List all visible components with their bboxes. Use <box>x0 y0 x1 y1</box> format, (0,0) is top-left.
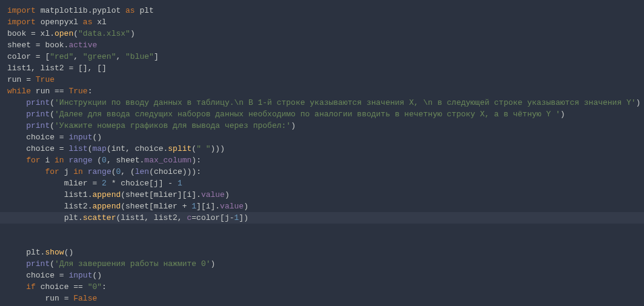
code-line[interactable]: choice = input() <box>7 270 644 281</box>
code-line[interactable]: import matplotlib.pyplot as plt <box>7 5 644 16</box>
code-line[interactable]: run = True <box>7 74 644 85</box>
code-line[interactable]: print('Инструкции по вводу данных в табл… <box>7 97 644 108</box>
code-line[interactable]: import openpyxl as xl <box>7 16 644 28</box>
code-line[interactable]: for j in range(0, (len(choice))): <box>7 166 644 178</box>
code-line[interactable]: for i in range (0, sheet.max_column): <box>7 155 644 166</box>
code-line[interactable]: sheet = book.active <box>7 39 644 51</box>
code-line[interactable]: list1, list2 = [], [] <box>7 62 644 74</box>
code-line[interactable] <box>7 224 644 235</box>
code-line[interactable]: print('Далее для ввода следущих наборов … <box>7 108 644 120</box>
code-line[interactable]: choice = list(map(int, choice.split(" ")… <box>7 143 644 155</box>
code-line[interactable]: book = xl.open("data.xlsx") <box>7 28 644 39</box>
code-line[interactable]: choice = input() <box>7 131 644 143</box>
code-line[interactable]: plt.scatter(list1, list2, c=color[j-1]) <box>0 212 644 224</box>
code-line[interactable]: while run == True: <box>7 85 644 97</box>
code-line[interactable]: mlier = 2 * choice[j] - 1 <box>7 178 644 189</box>
code-line[interactable]: print('Для завершения работы нажмите 0') <box>7 258 644 270</box>
code-line[interactable] <box>7 235 644 247</box>
code-line[interactable]: list1.append(sheet[mlier][i].value) <box>7 189 644 201</box>
code-line[interactable]: run = False <box>7 293 644 304</box>
code-line[interactable]: plt.show() <box>7 247 644 258</box>
code-line[interactable]: list2.append(sheet[mlier + 1][i].value) <box>7 201 644 212</box>
code-editor[interactable]: import matplotlib.pyplot as pltimport op… <box>7 5 644 304</box>
code-line[interactable]: print('Укажите номера графиков для вывод… <box>7 120 644 131</box>
code-line[interactable]: color = ["red", "green", "blue"] <box>7 51 644 62</box>
code-line[interactable]: if choice == "0": <box>7 281 644 293</box>
